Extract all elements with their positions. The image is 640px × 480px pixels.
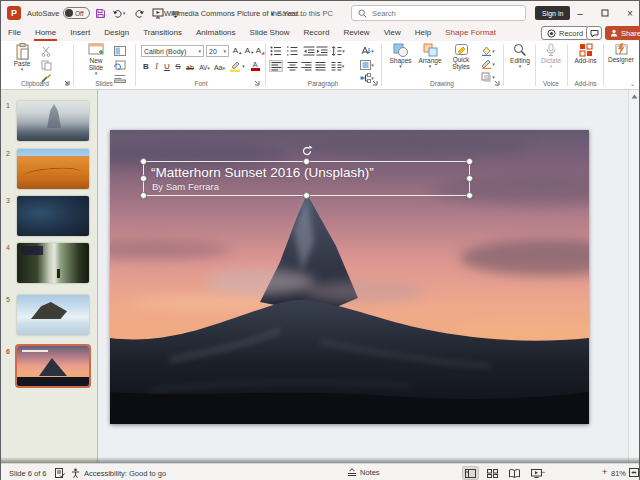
fit-to-window-button[interactable]: [629, 468, 639, 477]
resize-handle-ne[interactable]: [466, 158, 473, 165]
character-spacing-button[interactable]: AV▾: [198, 60, 211, 72]
tab-transitions[interactable]: Transitions: [136, 25, 189, 41]
vertical-scrollbar[interactable]: [628, 90, 639, 463]
editing-button[interactable]: Editing ▾: [507, 43, 533, 87]
resize-handle-e[interactable]: [466, 175, 473, 182]
slide-canvas[interactable]: “Matterhorn Sunset 2016 (Unsplash)” By S…: [110, 130, 589, 424]
bullets-button[interactable]: [269, 45, 283, 57]
underline-button[interactable]: U: [162, 60, 172, 72]
text-shadow-button[interactable]: ab: [184, 60, 196, 72]
decrease-indent-button[interactable]: [302, 45, 316, 57]
font-size-combo[interactable]: 20 ▾: [206, 45, 229, 57]
tab-view[interactable]: View: [377, 25, 408, 41]
font-dialog-launcher[interactable]: [253, 79, 261, 87]
slide-layout-button[interactable]: [113, 45, 127, 57]
slide-indicator[interactable]: Slide 6 of 6: [9, 469, 47, 478]
shrink-font-button[interactable]: A▼: [244, 44, 255, 56]
align-text-button[interactable]: ▾: [357, 59, 377, 71]
slide-editing-area[interactable]: “Matterhorn Sunset 2016 (Unsplash)” By S…: [99, 90, 628, 463]
tab-insert[interactable]: Insert: [63, 25, 97, 41]
close-button[interactable]: ×: [621, 4, 639, 22]
bold-button[interactable]: B: [141, 60, 151, 72]
maximize-button[interactable]: [596, 4, 614, 22]
slide-sorter-view-button[interactable]: [484, 466, 501, 480]
tab-shape-format[interactable]: Shape Format: [438, 25, 503, 41]
justify-button[interactable]: [313, 60, 327, 72]
search-input[interactable]: [372, 9, 519, 18]
drawing-dialog-launcher[interactable]: [493, 79, 501, 87]
font-name-combo[interactable]: Calibri (Body) ▾: [141, 45, 204, 57]
resize-handle-sw[interactable]: [140, 192, 147, 199]
resize-handle-nw[interactable]: [140, 158, 147, 165]
minimize-button[interactable]: –: [571, 4, 589, 22]
change-case-button[interactable]: Aa▾: [213, 60, 226, 72]
font-color-button[interactable]: A: [247, 60, 263, 72]
reset-slide-button[interactable]: [113, 59, 127, 71]
slide-title-text[interactable]: “Matterhorn Sunset 2016 (Unsplash)”: [151, 165, 374, 180]
share-button[interactable]: Share ▾: [605, 26, 640, 40]
redo-button[interactable]: [132, 6, 147, 20]
slide-thumbnail-4[interactable]: [17, 243, 89, 283]
shape-fill-button[interactable]: ▾: [479, 45, 497, 57]
grow-font-button[interactable]: A▲: [232, 44, 243, 56]
zoom-out-button[interactable]: −: [540, 467, 545, 477]
normal-view-button[interactable]: [462, 466, 479, 480]
comments-button[interactable]: [586, 26, 602, 40]
columns-button[interactable]: ▾: [329, 60, 346, 72]
slide-byline-text[interactable]: By Sam Ferrara: [152, 181, 219, 192]
resize-handle-n[interactable]: [303, 158, 310, 165]
text-highlight-button[interactable]: ▾: [229, 60, 245, 72]
search-box[interactable]: [351, 5, 526, 21]
save-button[interactable]: [93, 6, 108, 20]
reading-view-button[interactable]: [506, 466, 523, 480]
sign-in-button[interactable]: Sign in: [535, 6, 570, 20]
resize-handle-w[interactable]: [140, 175, 147, 182]
numbering-button[interactable]: [285, 45, 299, 57]
zoom-in-button[interactable]: +: [602, 467, 607, 477]
tab-slide-show[interactable]: Slide Show: [243, 25, 297, 41]
autosave-toggle[interactable]: Off: [63, 7, 90, 19]
cut-button[interactable]: [39, 45, 53, 57]
align-center-button[interactable]: [285, 60, 299, 72]
clipboard-dialog-launcher[interactable]: [63, 79, 71, 87]
undo-button[interactable]: ▾: [111, 6, 126, 20]
zoom-level[interactable]: 81%: [611, 469, 626, 478]
copy-button[interactable]: [39, 59, 53, 71]
rotate-handle[interactable]: [301, 145, 313, 157]
tab-record[interactable]: Record: [297, 25, 337, 41]
accessibility-status[interactable]: Accessibility: Good to go: [84, 469, 166, 478]
resize-handle-s[interactable]: [303, 192, 310, 199]
shape-outline-button[interactable]: ▾: [479, 58, 497, 70]
selected-text-box[interactable]: “Matterhorn Sunset 2016 (Unsplash)” By S…: [143, 161, 470, 196]
tab-home[interactable]: Home: [28, 25, 63, 41]
tab-animations[interactable]: Animations: [189, 25, 243, 41]
increase-indent-button[interactable]: [315, 45, 329, 57]
slide-thumbnail-5[interactable]: [17, 295, 89, 335]
align-right-button[interactable]: [299, 60, 313, 72]
align-left-button[interactable]: [269, 60, 283, 72]
scroll-up-arrow-icon[interactable]: [631, 94, 638, 99]
line-spacing-button[interactable]: ▾: [329, 45, 346, 57]
tab-help[interactable]: Help: [408, 25, 438, 41]
start-slideshow-button[interactable]: [150, 6, 165, 20]
tab-design[interactable]: Design: [97, 25, 136, 41]
saved-status[interactable]: Saved to this PC: [277, 9, 333, 18]
tab-file[interactable]: File: [1, 25, 28, 41]
italic-button[interactable]: I: [152, 60, 161, 72]
collapse-ribbon-chevron-icon[interactable]: ⌄: [630, 80, 635, 87]
accessibility-checker-button[interactable]: [71, 468, 80, 478]
record-button[interactable]: Record: [541, 26, 589, 40]
shapes-button[interactable]: Shapes ▾: [387, 43, 414, 87]
spell-check-button[interactable]: [55, 468, 65, 478]
tab-review[interactable]: Review: [336, 25, 376, 41]
powerpoint-logo-icon[interactable]: P: [7, 6, 21, 20]
slide-thumbnail-2[interactable]: [17, 149, 89, 189]
slide-thumbnail-1[interactable]: [17, 101, 89, 141]
notes-button[interactable]: Notes: [347, 468, 380, 477]
slide-thumbnail-3[interactable]: [17, 196, 89, 236]
text-direction-button[interactable]: ▾: [357, 45, 377, 57]
strikethrough-button[interactable]: S: [173, 60, 183, 72]
resize-handle-se[interactable]: [466, 192, 473, 199]
clear-formatting-button[interactable]: A◢: [255, 44, 265, 56]
paragraph-dialog-launcher[interactable]: [371, 79, 379, 87]
